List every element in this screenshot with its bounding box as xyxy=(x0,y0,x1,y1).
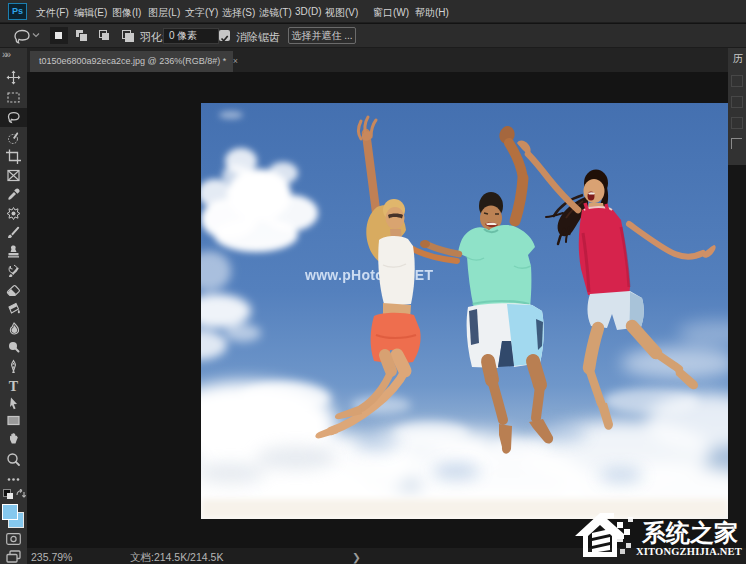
svg-text:T: T xyxy=(9,378,19,393)
svg-text:XITONGZHIJIA.NET: XITONGZHIJIA.NET xyxy=(636,546,742,557)
svg-text:系统之家: 系统之家 xyxy=(641,519,738,546)
